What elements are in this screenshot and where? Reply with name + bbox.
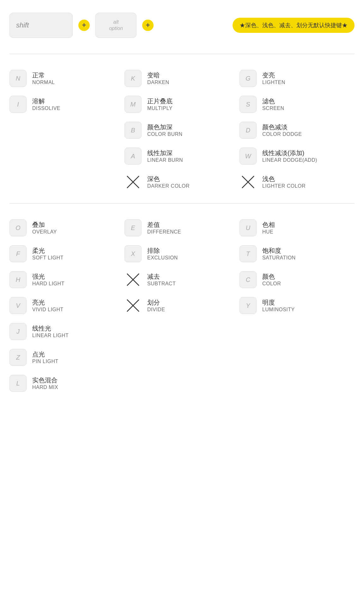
divider-1 <box>9 54 355 54</box>
blend-label-zh: 亮光 <box>32 298 64 307</box>
no-shortcut-icon <box>240 173 257 191</box>
key-w: W <box>240 148 257 165</box>
list-item: N 正常 NORMAL <box>9 70 124 87</box>
blend-label-zh: 饱和度 <box>262 246 296 255</box>
blend-label-en: EXCLUSION <box>147 255 178 261</box>
list-item: 减去 SUBTRACT <box>124 271 240 288</box>
key-c: C <box>240 271 257 288</box>
list-item: 深色 DARKER COLOR <box>124 173 240 191</box>
key-o: O <box>9 219 27 236</box>
list-item: 浅色 LIGHTER COLOR <box>240 173 355 191</box>
section1-right: G 变亮 LIGHTEN S 滤色 SCREEN D 颜色减淡 COLOR DO… <box>240 70 355 191</box>
key-k: K <box>124 70 142 87</box>
list-item: T 饱和度 SATURATION <box>240 245 355 262</box>
blend-label-en: HUE <box>262 229 275 235</box>
list-item: M 正片叠底 MULTIPLY <box>124 96 240 113</box>
list-item: S 滤色 SCREEN <box>240 96 355 113</box>
section2-left: O 叠加 OVERLAY F 柔光 SOFT LIGHT H 强光 HARD L… <box>9 219 124 392</box>
blend-label-en: COLOR BURN <box>147 131 183 138</box>
list-item: L 实色混合 HARD MIX <box>9 375 124 392</box>
key-x: X <box>124 245 142 262</box>
blend-label-zh: 颜色 <box>262 272 281 281</box>
blend-label-en: HARD LIGHT <box>32 281 64 287</box>
divider-2 <box>9 203 355 203</box>
alt-option-key: alt option <box>95 13 136 38</box>
list-item: H 强光 HARD LIGHT <box>9 271 124 288</box>
plus-icon-1: + <box>78 20 90 31</box>
blend-label-en: LINEAR DODGE(ADD) <box>262 157 317 164</box>
list-item: K 变暗 DARKEN <box>124 70 240 87</box>
blend-label-en: LUMINOSITY <box>262 307 295 313</box>
list-item: U 色相 HUE <box>240 219 355 236</box>
key-y: Y <box>240 297 257 314</box>
list-item: W 线性减淡(添加) LINEAR DODGE(ADD) <box>240 148 355 165</box>
blend-label-en: DISSOLIVE <box>32 105 60 112</box>
blend-label-zh: 颜色加深 <box>147 123 183 131</box>
key-s: S <box>240 96 257 113</box>
blend-label-en: NORMAL <box>32 79 55 86</box>
blend-label-zh: 叠加 <box>32 221 57 229</box>
blend-label-en: COLOR <box>262 281 281 287</box>
header-section: shift + alt option + ★深色、浅色、减去、划分无默认快捷键★ <box>9 13 355 44</box>
list-item: Y 明度 LUMINOSITY <box>240 297 355 314</box>
list-item: J 线性光 LINEAR LIGHT <box>9 323 124 340</box>
blend-label-zh: 点光 <box>32 350 58 358</box>
blend-label-en: DIFFERENCE <box>147 229 181 235</box>
section2-right: U 色相 HUE T 饱和度 SATURATION C 颜色 COLOR <box>240 219 355 392</box>
list-item: Z 点光 PIN LIGHT <box>9 349 124 366</box>
list-item: G 变亮 LIGHTEN <box>240 70 355 87</box>
key-v: V <box>9 297 27 314</box>
blend-label-zh: 线性光 <box>32 324 69 332</box>
blend-label-en: SATURATION <box>262 255 296 261</box>
blend-label-zh: 色相 <box>262 221 275 229</box>
blend-label-en: LIGHTER COLOR <box>262 183 306 190</box>
key-a: A <box>124 148 142 165</box>
list-item: O 叠加 OVERLAY <box>9 219 124 236</box>
blend-label-zh: 强光 <box>32 272 64 281</box>
blend-label-zh: 变亮 <box>262 71 285 79</box>
key-g: G <box>240 70 257 87</box>
shortcut-note: ★深色、浅色、减去、划分无默认快捷键★ <box>233 18 355 33</box>
blend-section-2: O 叠加 OVERLAY F 柔光 SOFT LIGHT H 强光 HARD L… <box>9 213 355 395</box>
list-item: B 颜色加深 COLOR BURN <box>124 122 240 139</box>
key-e: E <box>124 219 142 236</box>
no-shortcut-icon <box>124 173 142 191</box>
blend-label-en: OVERLAY <box>32 229 57 235</box>
blend-section-1: N 正常 NORMAL I 溶解 DISSOLIVE K 变暗 DAR <box>9 64 355 194</box>
key-f: F <box>9 245 27 262</box>
list-item: A 线性加深 LINEAR BURN <box>124 148 240 165</box>
blend-label-en: PIN LIGHT <box>32 358 58 365</box>
blend-label-zh: 实色混合 <box>32 376 58 384</box>
key-u: U <box>240 219 257 236</box>
key-i: I <box>9 96 27 113</box>
key-j: J <box>9 323 27 340</box>
blend-label-zh: 浅色 <box>262 175 306 183</box>
blend-label-zh: 正常 <box>32 71 55 79</box>
blend-label-en: COLOR DODGE <box>262 131 302 138</box>
blend-label-zh: 溶解 <box>32 97 60 105</box>
plus-icon-2: + <box>142 20 154 31</box>
key-h: H <box>9 271 27 288</box>
list-item: E 差值 DIFFERENCE <box>124 219 240 236</box>
key-d: D <box>240 122 257 139</box>
key-t: T <box>240 245 257 262</box>
blend-label-en: DIVIDE <box>147 307 165 313</box>
key-m: M <box>124 96 142 113</box>
blend-label-zh: 线性减淡(添加) <box>262 149 317 157</box>
key-l: L <box>9 375 27 392</box>
blend-label-en: SCREEN <box>262 105 284 112</box>
list-item: I 溶解 DISSOLIVE <box>9 96 124 113</box>
blend-label-zh: 线性加深 <box>147 149 183 157</box>
section1-mid: K 变暗 DARKEN M 正片叠底 MULTIPLY B 颜色加深 COLOR… <box>124 70 240 191</box>
blend-label-en: SUBTRACT <box>147 281 176 287</box>
blend-label-en: DARKER COLOR <box>147 183 190 190</box>
blend-label-zh: 明度 <box>262 298 295 307</box>
list-item: X 排除 EXCLUSION <box>124 245 240 262</box>
list-item: V 亮光 VIVID LIGHT <box>9 297 124 314</box>
blend-label-zh: 深色 <box>147 175 190 183</box>
blend-label-zh: 减去 <box>147 272 176 281</box>
blend-label-en: VIVID LIGHT <box>32 307 64 313</box>
blend-label-en: MULTIPLY <box>147 105 173 112</box>
blend-label-zh: 滤色 <box>262 97 284 105</box>
blend-label-zh: 柔光 <box>32 246 64 255</box>
